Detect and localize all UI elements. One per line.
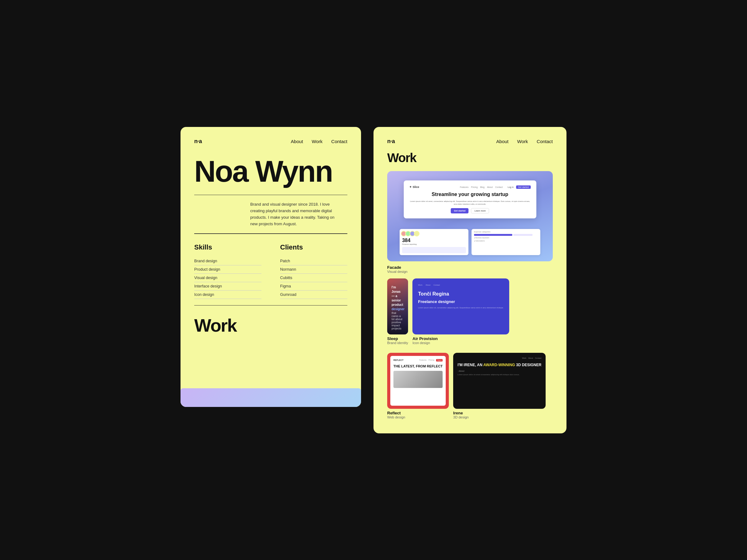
airprovision-subtitle: Freelance designer [418, 299, 504, 304]
airprovision-title: Tončí Regina [418, 291, 504, 297]
airprovision-body: Lorem ipsum dolor sit, consectetur adipi… [418, 306, 504, 309]
ap-nav-1: Work [418, 284, 422, 286]
nav-contact[interactable]: Contact [331, 139, 347, 144]
facade-contact-nav: Contact [495, 186, 503, 188]
irene-headline: I'M IRENE, AN AWARD-WINNING 3D DESIGNER [458, 363, 541, 368]
sleep-label: Sleep [387, 336, 408, 341]
skills-heading: Skills [194, 243, 261, 251]
facade-subtext: Lorem ipsum dolor sit amet, consectetur … [409, 200, 531, 206]
facade-logo: ✦ Slice [409, 185, 419, 189]
irene-label: Irene [453, 411, 546, 415]
ap-nav-3: Contact [434, 284, 440, 286]
facade-card-inner: ✦ Slice Features Pricing Blog About Cont… [404, 181, 536, 219]
left-screen: n·a About Work Contact Noa Wynn Brand an… [181, 127, 361, 407]
bio-text: Brand and visual designer since 2018. I … [250, 201, 337, 227]
reflect-label: Reflect [387, 411, 449, 415]
airprovision-sublabel: Icon design [412, 341, 509, 345]
reflect-inner: REFLECT Features Pricing Try it THE LATE… [390, 356, 446, 406]
reflect-btn[interactable]: Try it [436, 359, 443, 362]
work-page-title: Work [387, 151, 553, 165]
hero-title: Noa Wynn [194, 157, 347, 185]
airprovision-card-container: Work About Contact Tončí Regina Freelanc… [412, 278, 509, 348]
irene-card-container: Work About Contact I'M IRENE, AN AWARD-W… [453, 353, 546, 422]
reflect-headline: THE LATEST, FROM REFLECT [393, 364, 443, 368]
reflect-sublabel: Web design [387, 415, 449, 419]
skill-item: Interface design [194, 282, 261, 291]
work-preview-gradient [181, 388, 361, 407]
facade-buttons: Get started Learn more [409, 208, 531, 213]
right-nav-about[interactable]: About [496, 139, 508, 144]
facade-subtitle-label: Visual design [387, 270, 553, 273]
reflect-card[interactable]: REFLECT Features Pricing Try it THE LATE… [387, 353, 449, 409]
work-section-title: Work [194, 315, 347, 336]
expense-row-2: ● Subscriptions [474, 240, 538, 242]
facade-login: Log in [508, 186, 514, 188]
right-nav-links: About Work Contact [496, 139, 553, 144]
sleep-card-container: I'm Jonas — a senior product designer th… [387, 278, 408, 348]
irene-nav: Work About Contact [458, 357, 541, 359]
facade-expense-widget: Expense categories ● Business expansion … [471, 229, 540, 255]
sleep-accent: designer [391, 308, 405, 311]
irene-sublabel: 3D design [453, 415, 546, 419]
facade-stats-label: Finance reporting [402, 243, 466, 245]
facade-title-label: Facade [387, 265, 553, 270]
facade-headline: Streamline your growing startup [409, 191, 531, 198]
left-logo: n·a [194, 138, 202, 145]
clients-list: Patch Normann Cubitts Figma Gumroad [280, 257, 347, 299]
client-item: Gumroad [280, 291, 347, 299]
left-nav-links: About Work Contact [291, 139, 347, 144]
client-item: Patch [280, 257, 347, 265]
irene-card[interactable]: Work About Contact I'M IRENE, AN AWARD-W… [453, 353, 546, 409]
skills-column: Skills Brand design Product design Visua… [194, 243, 261, 299]
two-col-cards-bottom: REFLECT Features Pricing Try it THE LATE… [387, 353, 553, 422]
clients-heading: Clients [280, 243, 347, 251]
divider-work [194, 305, 347, 306]
divider-bottom [194, 233, 347, 234]
irene-nav-1: Work [522, 357, 526, 359]
skill-item: Icon design [194, 291, 261, 299]
right-nav-contact[interactable]: Contact [537, 139, 553, 144]
skills-list: Brand design Product design Visual desig… [194, 257, 261, 299]
reflect-card-container: REFLECT Features Pricing Try it THE LATE… [387, 353, 449, 422]
facade-card[interactable]: ✦ Slice Features Pricing Blog About Cont… [387, 171, 553, 261]
nav-work[interactable]: Work [312, 139, 323, 144]
irene-accent: AWARD-WINNING [483, 363, 515, 367]
sleep-card[interactable]: I'm Jonas — a senior product designer th… [387, 278, 408, 335]
facade-features: Features [460, 186, 469, 188]
skill-item: Brand design [194, 257, 261, 265]
airprovision-card[interactable]: Work About Contact Tončí Regina Freelanc… [412, 278, 509, 335]
divider-top [194, 195, 347, 195]
irene-nav-3: Contact [535, 357, 542, 359]
avatar-group [402, 231, 419, 236]
right-nav-work[interactable]: Work [517, 139, 528, 144]
sleep-sublabel: Brand identity [387, 341, 408, 345]
right-screen: n·a About Work Contact Work ✦ Slice Feat… [374, 127, 566, 433]
right-nav: n·a About Work Contact [387, 138, 553, 145]
client-item: Figma [280, 282, 347, 291]
clients-column: Clients Patch Normann Cubitts Figma Gumr… [280, 243, 347, 299]
sleep-card-content: I'm Jonas — a senior product designer th… [387, 281, 408, 335]
expense-bars [474, 234, 538, 236]
two-col-cards-middle: I'm Jonas — a senior product designer th… [387, 278, 553, 348]
facade-stat-widget: 384 Finance reporting [400, 229, 468, 255]
facade-widgets: 384 Finance reporting Expense categories… [400, 229, 540, 255]
facade-stats-number: 384 [402, 238, 466, 243]
sleep-subtext: that cares a lot about positive impact p… [391, 312, 404, 330]
avatar-4 [414, 231, 419, 236]
airprovision-nav: Work About Contact [418, 284, 504, 286]
reflect-logo: REFLECT [393, 359, 403, 361]
expense-bar-1 [474, 234, 512, 236]
reflect-nav-1: Features [419, 359, 427, 362]
client-item: Cubitts [280, 274, 347, 282]
facade-btn-primary[interactable]: Get started [451, 208, 469, 213]
sleep-headline: I'm Jonas — a senior product designer [391, 285, 404, 312]
facade-btn-secondary[interactable]: Learn more [471, 208, 489, 213]
facade-cta[interactable]: Get started [516, 185, 531, 189]
reflect-nav-2: Pricing [429, 359, 434, 362]
skill-item: Product design [194, 265, 261, 274]
airprovision-label: Air Provision [412, 336, 509, 341]
client-item: Normann [280, 265, 347, 274]
nav-about[interactable]: About [291, 139, 303, 144]
reflect-image [393, 371, 443, 388]
expense-row-1: ● Business expansion [474, 237, 538, 239]
